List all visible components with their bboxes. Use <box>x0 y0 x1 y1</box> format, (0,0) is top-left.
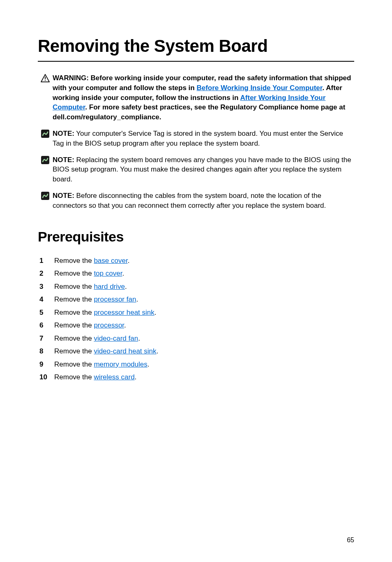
note-icon <box>38 129 53 138</box>
step-number: 8 <box>39 346 54 357</box>
note-label: NOTE: <box>53 130 74 137</box>
svg-rect-1 <box>45 80 46 81</box>
step-number: 3 <box>39 281 54 292</box>
step-link-processor[interactable]: processor <box>94 321 124 329</box>
step-text: Remove the memory modules. <box>54 359 354 370</box>
step-link-base-cover[interactable]: base cover <box>94 257 127 265</box>
step-number: 1 <box>39 255 54 266</box>
step-text: Remove the processor fan. <box>54 294 354 305</box>
warning-link-before[interactable]: Before Working Inside Your Computer <box>196 84 322 92</box>
step-link-top-cover[interactable]: top cover <box>94 269 122 277</box>
note-icon <box>38 155 53 164</box>
list-item: 3 Remove the hard drive. <box>39 281 354 292</box>
svg-rect-0 <box>45 77 46 79</box>
warning-suffix: . For more safety best practices, see th… <box>53 103 345 121</box>
step-link-wireless-card[interactable]: wireless card <box>94 373 134 381</box>
step-number: 10 <box>39 372 54 383</box>
note-admonition-2: NOTE: Replacing the system board removes… <box>38 155 354 184</box>
list-item: 9 Remove the memory modules. <box>39 359 354 370</box>
note-icon <box>38 191 53 200</box>
note-body: Replacing the system board removes any c… <box>53 156 351 183</box>
step-link-processor-heat-sink[interactable]: processor heat sink <box>94 309 154 316</box>
list-item: 1 Remove the base cover. <box>39 255 354 266</box>
step-link-memory-modules[interactable]: memory modules <box>94 360 147 368</box>
step-number: 9 <box>39 359 54 370</box>
list-item: 4 Remove the processor fan. <box>39 294 354 305</box>
note-text-1: NOTE: Your computer's Service Tag is sto… <box>53 129 354 149</box>
step-text: Remove the video-card heat sink. <box>54 346 354 357</box>
note-admonition-3: NOTE: Before disconnecting the cables fr… <box>38 191 354 211</box>
step-text: Remove the video-card fan. <box>54 333 354 344</box>
step-text: Remove the base cover. <box>54 255 354 266</box>
prerequisites-list: 1 Remove the base cover. 2 Remove the to… <box>38 255 354 383</box>
step-text: Remove the processor. <box>54 320 354 331</box>
note-label: NOTE: <box>53 192 74 200</box>
warning-text: WARNING: Before working inside your comp… <box>53 73 354 122</box>
step-number: 2 <box>39 268 54 279</box>
step-link-video-card-heat-sink[interactable]: video-card heat sink <box>94 347 156 355</box>
step-text: Remove the processor heat sink. <box>54 307 354 318</box>
prerequisites-heading: Prerequisites <box>38 229 354 245</box>
step-number: 6 <box>39 320 54 331</box>
page-number: 65 <box>347 536 354 544</box>
note-body: Before disconnecting the cables from the… <box>53 192 326 209</box>
warning-icon <box>38 73 53 82</box>
list-item: 6 Remove the processor. <box>39 320 354 331</box>
note-label: NOTE: <box>53 156 74 164</box>
list-item: 5 Remove the processor heat sink. <box>39 307 354 318</box>
note-text-3: NOTE: Before disconnecting the cables fr… <box>53 191 354 211</box>
warning-admonition: WARNING: Before working inside your comp… <box>38 73 354 122</box>
list-item: 7 Remove the video-card fan. <box>39 333 354 344</box>
note-admonition-1: NOTE: Your computer's Service Tag is sto… <box>38 129 354 149</box>
step-link-processor-fan[interactable]: processor fan <box>94 295 136 303</box>
step-text: Remove the hard drive. <box>54 281 354 292</box>
note-body: Your computer's Service Tag is stored in… <box>53 130 343 147</box>
step-text: Remove the wireless card. <box>54 372 354 383</box>
page-content: Removing the System Board WARNING: Befor… <box>0 0 392 383</box>
note-text-2: NOTE: Replacing the system board removes… <box>53 155 354 184</box>
page-title: Removing the System Board <box>38 36 354 62</box>
list-item: 8 Remove the video-card heat sink. <box>39 346 354 357</box>
step-number: 5 <box>39 307 54 318</box>
step-text: Remove the top cover. <box>54 268 354 279</box>
step-number: 4 <box>39 294 54 305</box>
step-link-video-card-fan[interactable]: video-card fan <box>94 334 138 342</box>
step-number: 7 <box>39 333 54 344</box>
step-link-hard-drive[interactable]: hard drive <box>94 283 125 290</box>
list-item: 2 Remove the top cover. <box>39 268 354 279</box>
list-item: 10 Remove the wireless card. <box>39 372 354 383</box>
